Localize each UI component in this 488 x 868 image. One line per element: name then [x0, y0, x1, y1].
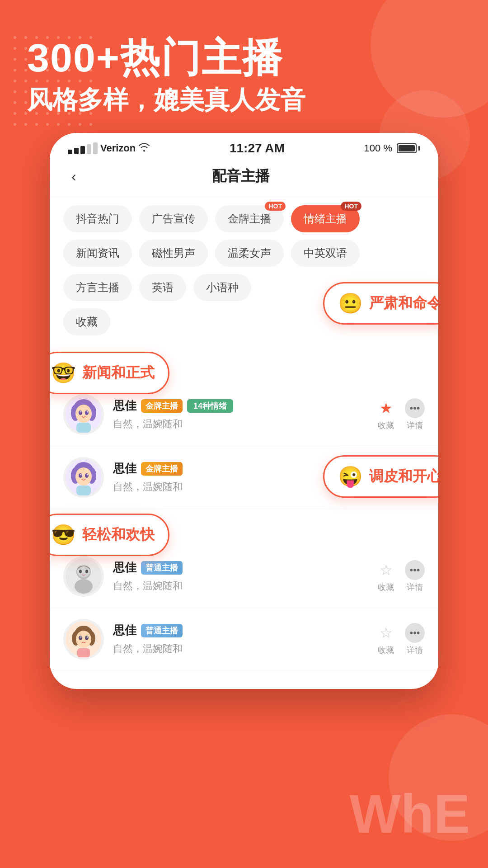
nav-bar: ‹ 配音主播: [50, 160, 438, 196]
filter-row-1: 抖音热门 广告宣传 金牌主播 HOT 情绪主播 HOT: [63, 205, 425, 232]
serious-emoji: 😐: [338, 292, 363, 315]
star-empty-3: ☆: [376, 560, 396, 580]
battery-percent: 100 %: [364, 142, 392, 154]
filter-tag-emotion[interactable]: 情绪主播 HOT: [291, 205, 360, 232]
playful-emoji: 😜: [338, 465, 363, 488]
hot-badge-gold: HOT: [265, 202, 286, 211]
whe-watermark: WhE: [349, 787, 470, 841]
tooltip-playful: 😜 调皮和开心: [323, 455, 438, 498]
star-filled-icon: ★: [376, 398, 396, 418]
status-bar: Verizon 11:27 AM 100 %: [50, 133, 438, 160]
svg-point-31: [79, 636, 82, 640]
signal-bars: [68, 142, 98, 154]
page-title: 配音主播: [80, 166, 402, 186]
filter-tag-dialect[interactable]: 方言主播: [63, 274, 132, 301]
svg-point-4: [75, 405, 92, 423]
filter-tag-gentle[interactable]: 温柔女声: [215, 240, 284, 267]
item-1-detail-btn[interactable]: ••• 详情: [405, 398, 425, 431]
svg-point-6: [85, 410, 89, 415]
svg-point-22: [75, 579, 93, 594]
svg-rect-19: [76, 486, 91, 495]
item-2-name: 思佳: [113, 461, 136, 476]
item-1-emotion: 14种情绪: [187, 399, 233, 413]
item-4-detail-btn[interactable]: ••• 详情: [405, 623, 425, 656]
news-emoji: 🤓: [51, 361, 76, 385]
serious-text: 严肃和命令: [369, 293, 438, 313]
filter-tag-gold[interactable]: 金牌主播 HOT: [215, 205, 284, 232]
more-icon-3: •••: [405, 560, 425, 580]
filter-tag-ad[interactable]: 广告宣传: [139, 205, 208, 232]
item-1-name: 思佳: [113, 398, 136, 414]
svg-rect-9: [76, 423, 91, 433]
content-list: 🤓 新闻和正式: [50, 356, 438, 671]
svg-point-34: [87, 636, 88, 637]
item-4-name: 思佳: [113, 623, 136, 638]
svg-point-30: [76, 631, 91, 648]
item-4-desc: 自然，温婉随和: [113, 642, 376, 656]
collect-label-4: 收藏: [378, 645, 394, 656]
section-news: 🤓 新闻和正式: [50, 356, 438, 446]
tooltip-news: 🤓 新闻和正式: [50, 352, 169, 394]
item-4-badge: 普通主播: [141, 624, 183, 637]
item-3-desc: 自然，温婉随和: [113, 579, 376, 593]
wifi-icon: [138, 142, 150, 154]
item-1-actions: ★ 收藏 ••• 详情: [376, 398, 425, 431]
filter-tag-douyin[interactable]: 抖音热门: [63, 205, 132, 232]
status-left: Verizon: [68, 142, 150, 154]
item-1-info: 思佳 金牌主播 14种情绪 自然，温婉随和: [113, 398, 376, 431]
avatar-4: [63, 619, 104, 660]
item-3-info: 思佳 普通主播 自然，温婉随和: [113, 560, 376, 593]
filter-tag-magnetic[interactable]: 磁性男声: [139, 240, 208, 267]
svg-point-14: [75, 467, 92, 486]
filter-section: 抖音热门 广告宣传 金牌主播 HOT 情绪主播 HOT 新闻资讯: [50, 196, 438, 352]
relaxed-text: 轻松和欢快: [82, 525, 155, 545]
filter-tag-bilingual[interactable]: 中英双语: [291, 240, 360, 267]
detail-label-3: 详情: [407, 582, 423, 593]
tooltip-relaxed: 😎 轻松和欢快: [50, 514, 169, 556]
item-3-detail-btn[interactable]: ••• 详情: [405, 560, 425, 593]
item-3-actions: ☆ 收藏 ••• 详情: [376, 560, 425, 593]
relaxed-emoji: 😎: [51, 523, 76, 547]
item-4-info: 思佳 普通主播 自然，温婉随和: [113, 623, 376, 656]
phone-mockup: Verizon 11:27 AM 100 %: [50, 133, 438, 689]
news-text: 新闻和正式: [82, 363, 155, 383]
svg-point-32: [85, 636, 89, 640]
item-4-actions: ☆ 收藏 ••• 详情: [376, 623, 425, 656]
item-2-badge: 金牌主播: [141, 462, 183, 476]
status-time: 11:27 AM: [230, 141, 285, 156]
svg-point-8: [87, 411, 88, 412]
item-3-collect-btn[interactable]: ☆ 收藏: [376, 560, 396, 593]
filter-tag-news[interactable]: 新闻资讯: [63, 240, 132, 267]
item-3-name: 思佳: [113, 560, 136, 576]
avatar-3: [63, 556, 104, 597]
svg-point-5: [79, 410, 82, 415]
battery-icon: [397, 143, 420, 153]
item-1-desc: 自然，温婉随和: [113, 417, 376, 431]
back-button[interactable]: ‹: [68, 165, 80, 189]
detail-label: 详情: [407, 420, 423, 431]
avatar-2: [63, 457, 104, 498]
svg-point-16: [85, 473, 89, 478]
collect-label: 收藏: [378, 420, 394, 431]
playful-text: 调皮和开心: [369, 467, 438, 486]
filter-tag-favorite[interactable]: 收藏: [63, 308, 110, 335]
item-4-collect-btn[interactable]: ☆ 收藏: [376, 623, 396, 656]
list-item-4: 思佳 普通主播 自然，温婉随和 ☆ 收藏 ••• 详情: [50, 608, 438, 671]
carrier-label: Verizon: [100, 142, 136, 154]
more-icon: •••: [405, 398, 425, 418]
svg-point-33: [80, 636, 82, 637]
svg-point-25: [85, 570, 88, 573]
item-1-badge: 金牌主播: [141, 399, 183, 413]
more-icon-4: •••: [405, 623, 425, 643]
hot-badge-emotion: HOT: [341, 202, 361, 211]
filter-tag-english[interactable]: 英语: [139, 274, 186, 301]
svg-rect-35: [77, 648, 90, 657]
filter-tag-minority[interactable]: 小语种: [193, 274, 251, 301]
item-3-badge: 普通主播: [141, 561, 183, 575]
star-empty-4: ☆: [376, 623, 396, 643]
header-section: 300+热门主播 风格多样，媲美真人发音: [0, 0, 488, 133]
item-1-collect-btn[interactable]: ★ 收藏: [376, 398, 396, 431]
svg-point-17: [80, 474, 82, 475]
section-playful: 思佳 金牌主播 自然，温婉随和 ☆ •••: [50, 446, 438, 509]
svg-point-7: [80, 411, 82, 412]
